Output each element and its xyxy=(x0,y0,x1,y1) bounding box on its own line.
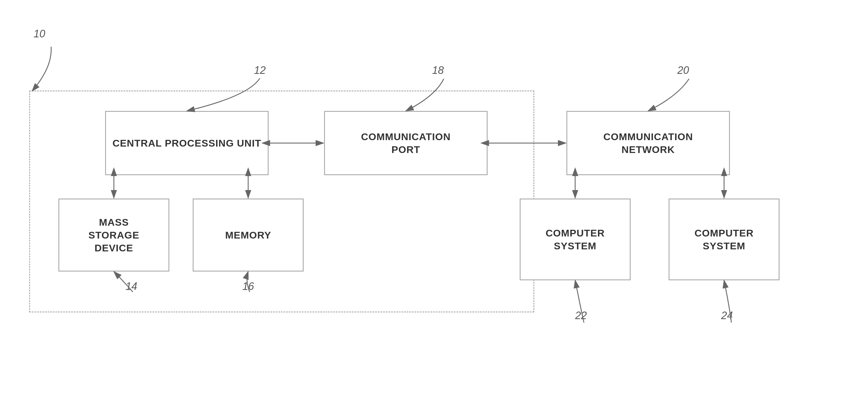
computer-system-1-label: COMPUTERSYSTEM xyxy=(546,226,605,252)
ref-label-16: 16 xyxy=(242,280,254,293)
cpu-box: CENTRAL PROCESSING UNIT xyxy=(105,111,269,175)
ref-label-22: 22 xyxy=(575,309,587,322)
mass-storage-label: MASSSTORAGEDEVICE xyxy=(89,216,140,255)
comm-network-box: COMMUNICATIONNETWORK xyxy=(566,111,730,175)
ref-label-14: 14 xyxy=(126,280,137,293)
ref-label-18: 18 xyxy=(432,64,444,76)
computer-system-1-box: COMPUTERSYSTEM xyxy=(520,198,631,280)
ref-label-12: 12 xyxy=(254,64,266,76)
mass-storage-box: MASSSTORAGEDEVICE xyxy=(58,198,169,272)
ref-label-20: 20 xyxy=(677,64,689,76)
computer-system-2-box: COMPUTERSYSTEM xyxy=(669,198,779,280)
ref-label-10: 10 xyxy=(34,28,45,40)
comm-network-label: COMMUNICATIONNETWORK xyxy=(603,130,693,156)
diagram-container: 10 12 14 16 18 20 22 24 CENTRAL PROCESSI… xyxy=(0,0,868,400)
memory-label: MEMORY xyxy=(225,228,271,242)
comm-port-label: COMMUNICATIONPORT xyxy=(361,130,451,156)
ref-label-24: 24 xyxy=(721,309,733,322)
comm-port-box: COMMUNICATIONPORT xyxy=(324,111,488,175)
cpu-box-label: CENTRAL PROCESSING UNIT xyxy=(113,136,261,150)
computer-system-2-label: COMPUTERSYSTEM xyxy=(694,226,754,252)
memory-box: MEMORY xyxy=(193,198,304,272)
